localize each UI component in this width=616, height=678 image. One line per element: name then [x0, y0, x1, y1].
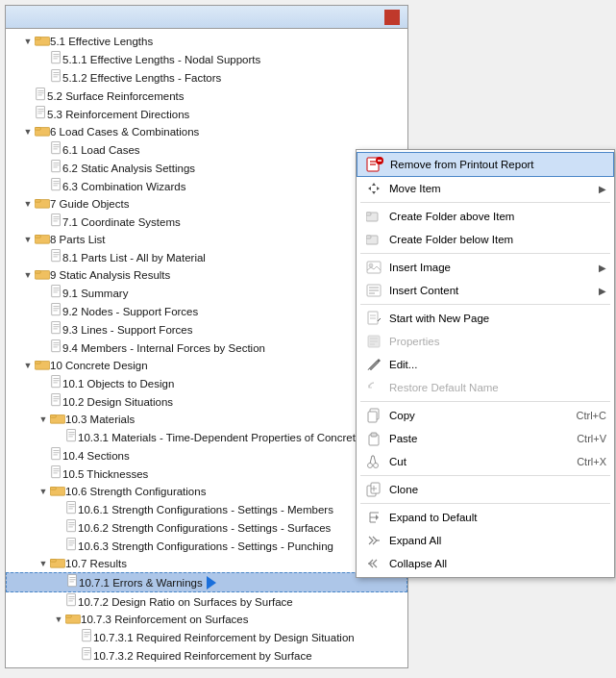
collapse-icon[interactable]: ▼ [38, 414, 48, 424]
tree-item[interactable]: 10.7.3.1 Required Reinforcement by Desig… [6, 628, 407, 646]
spacer-icon [38, 253, 48, 263]
menu-item-cm14[interactable]: Clone [357, 478, 614, 501]
tree-item[interactable]: ▼ 9 Static Analysis Results [6, 266, 407, 284]
tree-item[interactable]: 10.6.2 Strength Configurations - Setting… [6, 518, 407, 537]
svg-point-154 [368, 464, 373, 468]
collapse-icon[interactable]: ▼ [23, 270, 33, 280]
tree-item[interactable]: 10.7.1 Errors & Warnings [6, 572, 407, 592]
menu-item-label: Insert Image [389, 262, 595, 273]
menu-item-cm15[interactable]: Expand to Default [357, 506, 614, 529]
tree-item[interactable]: 9.2 Nodes - Support Forces [6, 302, 407, 320]
menu-item-cm9[interactable]: Edit... [357, 353, 614, 376]
tree-item[interactable]: 8.1 Parts List - All by Material [6, 248, 407, 266]
menu-item-cm4[interactable]: Create Folder below Item [357, 228, 614, 251]
spacer-icon [38, 307, 48, 316]
tree-item[interactable]: 9.1 Summary [6, 284, 407, 302]
tree-item-label: 9.3 Lines - Support Forces [62, 324, 193, 336]
tree-view[interactable]: ▼ 5.1 Effective Lengths 5.1.1 Effective … [6, 29, 407, 667]
menu-item-cm6[interactable]: Insert Content▶ [357, 279, 614, 302]
panel-titlebar [6, 6, 407, 29]
svg-rect-92 [67, 519, 76, 531]
spacer-icon [54, 523, 63, 533]
menu-item-cm7[interactable]: Start with New Page [357, 307, 614, 330]
close-button[interactable] [384, 10, 400, 25]
collapse-icon[interactable]: ▼ [54, 615, 63, 624]
tree-item[interactable]: 5.1.1 Effective Lengths - Nodal Supports [6, 50, 407, 68]
svg-rect-153 [371, 433, 377, 437]
tree-item[interactable]: 5.1.2 Effective Lengths - Factors [6, 68, 407, 87]
menu-item-cm2[interactable]: Move Item▶ [357, 177, 614, 200]
menu-item-cm3[interactable]: Create Folder above Item [357, 205, 614, 228]
tree-item[interactable]: ▼ 8 Parts List [6, 231, 407, 248]
menu-item-cm17[interactable]: Collapse All [357, 552, 614, 575]
menu-item-cm1[interactable]: Remove from Printout Report [357, 152, 614, 177]
collapse-icon[interactable]: ▼ [38, 487, 48, 496]
tree-item[interactable]: ▼ 10.7 Results [6, 555, 407, 572]
menu-item-cm13[interactable]: CutCtrl+X [357, 450, 614, 473]
printout-report-panel: ▼ 5.1 Effective Lengths 5.1.1 Effective … [5, 5, 408, 668]
folder-icon [35, 359, 50, 373]
tree-item[interactable]: 10.7.2 Design Ratio on Surfaces by Surfa… [6, 592, 407, 611]
tree-item[interactable]: ▼ 10.6 Strength Configurations [6, 483, 407, 500]
tree-item[interactable]: ▼ 6 Load Cases & Combinations [6, 123, 407, 140]
tree-item[interactable]: 6.3 Combination Wizards [6, 177, 407, 195]
tree-item[interactable]: 10.6.1 Strength Configurations - Setting… [6, 500, 407, 518]
tree-item-label: 10.5 Thicknesses [62, 468, 148, 480]
menu-separator [360, 475, 610, 476]
folder-icon [35, 125, 50, 139]
tree-item[interactable]: ▼ 10 Concrete Design [6, 357, 407, 374]
page-icon [50, 160, 62, 176]
collapse-icon[interactable]: ▼ [23, 199, 33, 209]
tree-item[interactable]: 10.5 Thicknesses [6, 465, 407, 483]
expand-default-icon [364, 510, 383, 525]
tree-item[interactable]: 6.2 Static Analysis Settings [6, 159, 407, 177]
svg-rect-50 [52, 303, 61, 314]
tree-item[interactable]: 6.1 Load Cases [6, 140, 407, 159]
tree-item[interactable]: 10.7.3.2 Required Reinforcement by Surfa… [6, 646, 407, 665]
spacer-icon [54, 505, 63, 515]
tree-item[interactable]: 10.6.3 Strength Configurations - Setting… [6, 537, 407, 555]
svg-rect-160 [371, 483, 380, 493]
page-icon [65, 501, 78, 517]
spacer-icon [38, 325, 48, 335]
menu-item-label: Expand All [389, 535, 606, 546]
page-icon [50, 213, 62, 230]
menu-item-cm11[interactable]: CopyCtrl+C [357, 404, 614, 427]
tree-item[interactable]: 10.2 Design Situations [6, 392, 407, 411]
page-icon [50, 465, 62, 482]
move-icon [364, 181, 383, 196]
collapse-icon[interactable]: ▼ [23, 235, 33, 244]
collapse-icon[interactable]: ▼ [23, 361, 33, 370]
collapse-icon[interactable]: ▼ [23, 37, 33, 46]
collapse-icon[interactable]: ▼ [23, 127, 33, 137]
page-icon [50, 321, 62, 338]
svg-rect-134 [366, 236, 371, 239]
menu-item-cm12[interactable]: PasteCtrl+V [357, 427, 614, 450]
menu-item-label: Edit... [389, 359, 606, 370]
tree-item[interactable]: ▼ 10.3 Materials [6, 411, 407, 428]
tree-item[interactable]: ▼ 10.7.3 Reinforcement on Surfaces [6, 611, 407, 628]
svg-rect-28 [52, 178, 61, 189]
tree-item[interactable]: 10.4 Sections [6, 446, 407, 465]
svg-point-155 [374, 464, 379, 468]
menu-item-cm16[interactable]: Expand All [357, 529, 614, 552]
spacer-icon [54, 541, 63, 551]
tree-item[interactable]: ▼ 11 Design Overview [6, 665, 407, 667]
tree-item[interactable]: 7.1 Coordinate Systems [6, 213, 407, 231]
tree-item-label: 5.1.2 Effective Lengths - Factors [62, 72, 221, 84]
tree-item[interactable]: ▼ 5.1 Effective Lengths [6, 33, 407, 50]
svg-rect-34 [52, 213, 61, 225]
tree-item[interactable]: 5.3 Reinforcement Directions [6, 105, 407, 123]
svg-rect-64 [52, 375, 61, 387]
menu-item-label: Restore Default Name [389, 382, 606, 393]
tree-item[interactable]: 5.2 Surface Reinforcements [6, 87, 407, 105]
tree-item[interactable]: 10.3.1 Materials - Time-Dependent Proper… [6, 428, 407, 446]
tree-item[interactable]: 9.3 Lines - Support Forces [6, 320, 407, 339]
tree-item[interactable]: 9.4 Members - Internal Forces by Section [6, 339, 407, 357]
menu-item-cm5[interactable]: Insert Image▶ [357, 256, 614, 279]
tree-item[interactable]: 10.1 Objects to Design [6, 374, 407, 392]
collapse-icon[interactable]: ▼ [38, 559, 48, 568]
tree-item[interactable]: ▼ 7 Guide Objects [6, 195, 407, 213]
svg-point-136 [369, 264, 373, 267]
svg-rect-96 [67, 538, 76, 549]
